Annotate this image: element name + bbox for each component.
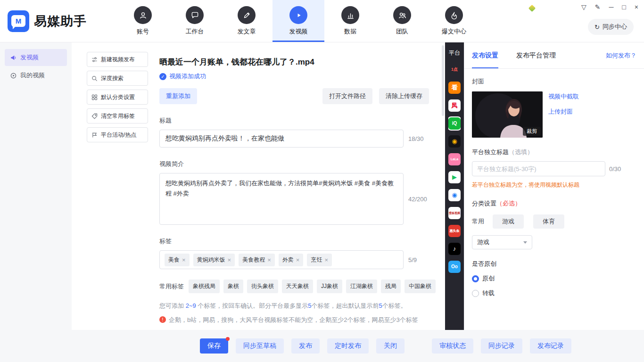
nav-item-workbench[interactable]: 工作台	[169, 0, 221, 42]
deep-search-button[interactable]: 深度搜索	[87, 71, 148, 86]
publish-button[interactable]: 发布	[291, 338, 320, 354]
independent-title-input[interactable]	[472, 161, 605, 176]
capture-from-video-link[interactable]: 视频中截取	[548, 92, 579, 101]
platform-icon-weishi[interactable]: Oo	[448, 261, 461, 273]
readd-video-button[interactable]: 重新添加	[159, 88, 197, 104]
nav-label: 工作台	[186, 27, 204, 36]
sync-record-button[interactable]: 同步记录	[481, 338, 522, 354]
nav-label: 数据	[344, 27, 356, 36]
cover-thumbnail[interactable]: 裁剪	[472, 91, 543, 138]
radio-selected-icon[interactable]	[472, 275, 479, 282]
clear-upload-cache-button[interactable]: 清除上传缓存	[379, 88, 429, 104]
nav-item-team[interactable]: 团队	[376, 0, 428, 42]
edit-icon[interactable]: ✎	[595, 4, 601, 10]
tag-label: 烹饪	[311, 256, 322, 264]
tag-label: 美食教程	[242, 256, 265, 264]
new-video-publish-button[interactable]: 新建视频发布	[87, 52, 148, 67]
common-tag[interactable]: 象棋残局	[189, 280, 220, 293]
tag-remove-icon[interactable]: ×	[324, 257, 328, 263]
nav-label: 发视频	[289, 27, 308, 36]
tag-remove-icon[interactable]: ×	[228, 257, 231, 263]
common-tags: 象棋残局象棋街头象棋天天象棋JJ象棋江湖象棋残局中国象棋	[189, 280, 436, 293]
tags-box[interactable]: 美食×黄焖鸡米饭×美食教程×外卖×烹饪×	[159, 250, 404, 269]
tag-remove-icon[interactable]: ×	[182, 257, 186, 263]
common-tag[interactable]: 天天象棋	[282, 280, 313, 293]
optional-tag: （选填）	[509, 148, 533, 156]
platform-icon-lala[interactable]: LaLa	[448, 153, 461, 165]
radio-unselected-icon[interactable]	[472, 290, 479, 297]
platform-icon-blue-play[interactable]: ◉	[448, 189, 461, 201]
tab-publish-settings[interactable]: 发布设置	[472, 42, 498, 68]
common-tag[interactable]: 中国象棋	[405, 280, 436, 293]
tool-button-label: 默认分类设置	[101, 93, 135, 101]
flag-icon	[91, 132, 98, 138]
filter-icon[interactable]: ▽	[581, 4, 586, 10]
footer: 保存同步至草稿发布定时发布关闭审核状态同步记录发布记录	[0, 330, 644, 362]
upload-cover-link[interactable]: 上传封面	[548, 107, 579, 116]
how-to-publish-link[interactable]: 如何发布？	[606, 51, 636, 60]
maximize-icon[interactable]: □	[622, 4, 626, 10]
category-quick-button[interactable]: 体育	[533, 214, 564, 229]
common-tags-row: 常用标签 象棋残局象棋街头象棋天天象棋JJ象棋江湖象棋残局中国象棋	[159, 280, 429, 293]
workbench-icon	[186, 6, 204, 24]
platform-icon-xinlang-kandian[interactable]: ◉	[448, 135, 461, 148]
common-tag[interactable]: 江湖象棋	[346, 280, 377, 293]
tags-hint: 您可添加 2~9 个标签，按回车确认。部分平台最多显示5个标签，超出默认显示前5…	[159, 302, 429, 310]
category-label: 分类设置（必选）	[472, 199, 636, 208]
common-tag[interactable]: 残局	[381, 280, 401, 293]
nav-label: 爆文中心	[442, 27, 466, 36]
scrollbar[interactable]	[442, 45, 444, 116]
data-icon	[341, 6, 359, 24]
nav-item-publish-video[interactable]: 发视频	[272, 0, 324, 42]
sidebar-item-label: 我的视频	[20, 71, 45, 80]
platform-icon-haokan-video[interactable]: 看	[448, 82, 461, 94]
nav-item-hot-center[interactable]: 爆文中心	[428, 0, 480, 42]
close-icon[interactable]: ×	[635, 4, 638, 10]
nav-item-publish-article[interactable]: 发文章	[221, 0, 272, 42]
platform-icon-green-play[interactable]: ▶	[448, 171, 461, 183]
common-tag[interactable]: 街头象棋	[247, 280, 278, 293]
sidebar-item-publish-video[interactable]: 发视频	[5, 49, 67, 66]
tab-platform-manage[interactable]: 发布平台管理	[516, 42, 556, 68]
minimize-icon[interactable]: ─	[609, 4, 613, 10]
nav-item-data[interactable]: 数据	[324, 0, 376, 42]
platform-icon-sohu-video[interactable]: 搜狐视频	[448, 207, 461, 219]
fire-icon	[445, 6, 463, 24]
platform-icon-yidianhao[interactable]: 1点	[448, 64, 461, 76]
save-button[interactable]: 保存	[200, 338, 228, 354]
platform-icon-dafenghao[interactable]: 凤	[448, 99, 461, 112]
action-row: 重新添加 打开文件路径 清除上传缓存	[159, 88, 429, 104]
warning-icon: !	[159, 316, 166, 323]
megaphone-icon	[10, 55, 17, 61]
platform-activity-button[interactable]: 平台活动/热点	[87, 127, 148, 142]
sync-center-button[interactable]: ↻ 同步中心	[588, 19, 634, 35]
review-status-button[interactable]: 审核状态	[432, 338, 473, 354]
main-content: 新建视频发布 深度搜索 默认分类设置 清空常用标签 平台活动/热点 晒最近一个月…	[72, 42, 445, 330]
radio-repost[interactable]: 转载	[472, 289, 636, 297]
notification-badge	[226, 337, 230, 341]
clear-common-tags-button[interactable]: 清空常用标签	[87, 108, 148, 123]
platform-icon-huitoutiao[interactable]: 惠头条	[448, 225, 461, 237]
warning-text: 企鹅，b站，网易，搜狗，大风平台视频标签不能为空，企鹅至少2个标签，网易至少3个…	[169, 316, 418, 324]
common-tag[interactable]: JJ象棋	[317, 280, 342, 293]
platform-icon-iqiyi[interactable]: iQ	[448, 117, 461, 130]
close-button[interactable]: 关闭	[376, 338, 405, 354]
schedule-publish-button[interactable]: 定时发布	[327, 338, 369, 354]
open-file-path-button[interactable]: 打开文件路径	[322, 88, 372, 104]
plugin-icon[interactable]	[528, 5, 536, 12]
publish-record-button[interactable]: 发布记录	[530, 338, 571, 354]
tag-remove-icon[interactable]: ×	[267, 257, 271, 263]
tag-remove-icon[interactable]: ×	[296, 257, 300, 263]
sidebar-item-my-videos[interactable]: 我的视频	[5, 67, 67, 84]
radio-original[interactable]: 原创	[472, 274, 636, 283]
category-select[interactable]: 游戏	[472, 235, 532, 249]
platform-icon-douyin[interactable]: ♪	[448, 243, 461, 255]
common-tag[interactable]: 象棋	[223, 280, 243, 293]
sync-to-draft-button[interactable]: 同步至草稿	[236, 338, 284, 354]
crop-button[interactable]: 裁剪	[523, 127, 541, 136]
default-category-button[interactable]: 默认分类设置	[87, 90, 148, 105]
title-input[interactable]	[159, 130, 404, 148]
desc-textarea[interactable]	[159, 173, 404, 225]
nav-item-account[interactable]: 账号	[117, 0, 169, 42]
category-quick-button[interactable]: 游戏	[493, 214, 524, 229]
